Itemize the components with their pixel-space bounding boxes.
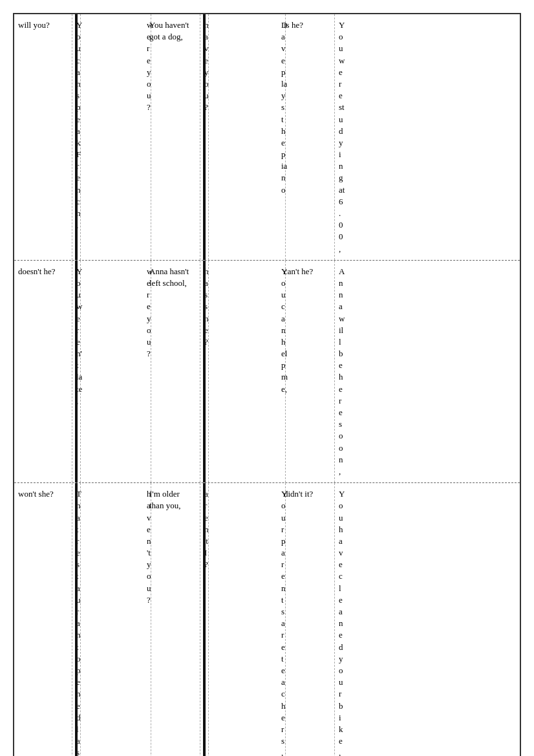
table-cell: doesn't he? (14, 261, 72, 482)
column-divider (75, 261, 78, 482)
table-cell: is he? (280, 14, 335, 260)
table-cell: You have cleaned your bike, (335, 483, 343, 756)
column-divider (203, 14, 206, 260)
column-divider (75, 483, 78, 756)
table-cell: Anna will be here soon, (335, 261, 343, 482)
table-cell: can't he? (280, 261, 335, 482)
table-cell: didn't it? (280, 483, 335, 756)
table-row: won't she?That restaurant opened last ye… (14, 483, 520, 756)
table-cell: I'm older than you, (145, 483, 200, 756)
table-cell: will you? (14, 14, 72, 260)
table-row: doesn't he?You weren't late,were you?Ann… (14, 261, 520, 483)
table-cell: won't she? (14, 483, 72, 756)
column-divider (203, 483, 206, 756)
column-divider (203, 261, 206, 482)
main-grid: will you?You can speak French,were you?Y… (13, 13, 521, 756)
table-row: will you?You can speak French,were you?Y… (14, 14, 520, 261)
table-cell: You were studying at 6.00, (335, 14, 343, 260)
table-cell: You haven't got a dog, (145, 14, 200, 260)
table-cell: Anna hasn't left school, (145, 261, 200, 482)
column-divider (75, 14, 78, 260)
